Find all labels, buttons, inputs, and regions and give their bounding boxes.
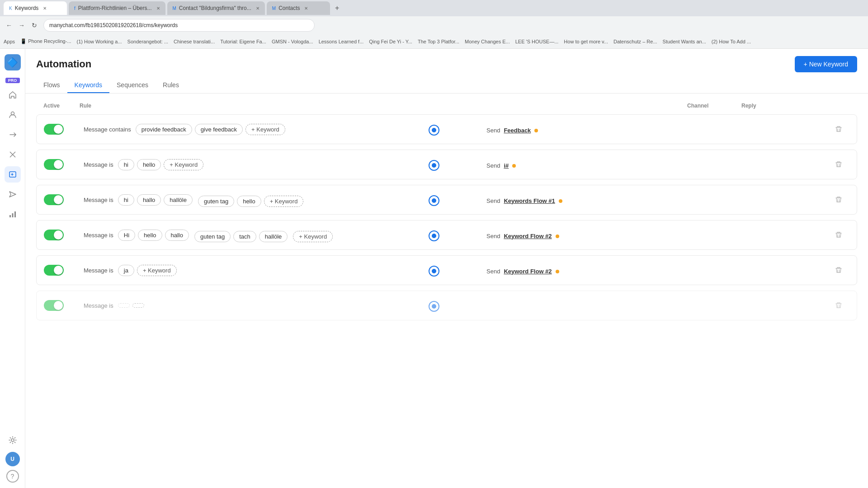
keyword-tag[interactable]: guten tag (198, 196, 234, 207)
add-keyword-button-1[interactable]: + Keyword (245, 124, 285, 135)
keyword-tag[interactable]: hello (237, 196, 261, 207)
keyword-tag[interactable]: guten tag (194, 231, 231, 242)
add-keyword-button-4[interactable]: + Keyword (293, 231, 333, 242)
sidebar-item-contacts[interactable] (5, 107, 21, 123)
help-button[interactable]: ? (6, 470, 19, 483)
sidebar-item-integrations[interactable] (5, 146, 21, 163)
bookmark-8[interactable]: Lessons Learned f... (319, 39, 364, 44)
delete-button-5[interactable] (831, 263, 846, 277)
bookmark-7[interactable]: GMSN - Vologda... (272, 39, 313, 44)
toggle-active-6[interactable] (44, 300, 80, 311)
sidebar-item-analytics[interactable] (5, 206, 21, 222)
keyword-tag[interactable]: hallo (137, 194, 161, 206)
add-keyword-button-6[interactable] (132, 303, 144, 308)
reply-cell-5: Send Keyword Flow #2 (486, 266, 828, 275)
keyword-tag[interactable]: provide feedback (136, 124, 192, 135)
browser-tab-3[interactable]: M Contact "Bildungsfirma" thro... ✕ (167, 1, 265, 15)
bookmark-2[interactable]: 📱 Phone Recycling-... (20, 38, 71, 44)
keyword-tag[interactable]: ja (118, 265, 134, 276)
keyword-tag[interactable]: hello (137, 159, 161, 170)
bookmark-3[interactable]: (1) How Working a... (77, 39, 122, 44)
bookmark-6[interactable]: Tutorial: Eigene Fa... (220, 39, 266, 44)
sidebar-item-send[interactable] (5, 186, 21, 202)
toggle-6[interactable] (44, 300, 64, 311)
bookmark-9[interactable]: Qing Fei De Yi - Y... (369, 39, 412, 44)
bookmark-apps[interactable]: Apps (4, 39, 15, 44)
tab-sequences[interactable]: Sequences (109, 78, 156, 93)
nav-buttons: ← → ↻ (4, 20, 40, 31)
tab-keywords[interactable]: Keywords (67, 78, 109, 93)
new-keyword-button[interactable]: + New Keyword (795, 56, 857, 72)
toggle-2[interactable] (44, 159, 64, 170)
bookmark-4[interactable]: Sonderangebot: ... (127, 39, 169, 44)
keyword-tag[interactable]: hallöle (164, 194, 193, 206)
channel-icon-2[interactable] (429, 160, 439, 171)
bookmark-11[interactable]: Money Changes E... (465, 39, 510, 44)
sidebar-item-broadcast[interactable] (5, 127, 21, 143)
tab-favicon-3: M (173, 6, 176, 11)
keyword-tag[interactable]: Hi (118, 230, 135, 241)
toggle-3[interactable] (44, 194, 64, 205)
delete-button-4[interactable] (831, 228, 846, 242)
sidebar-item-automation[interactable] (5, 166, 21, 183)
toggle-5[interactable] (44, 265, 64, 276)
toggle-1[interactable] (44, 124, 64, 135)
tab-close-btn[interactable]: ✕ (43, 6, 47, 11)
delete-button-2[interactable] (831, 157, 846, 172)
toggle-active-3[interactable] (44, 194, 80, 205)
browser-tab-4[interactable]: M Contacts ✕ (267, 1, 330, 15)
address-bar[interactable]: manychat.com/fb19815020819202618/cms/key… (43, 19, 315, 32)
tab-close-2[interactable]: ✕ (156, 6, 160, 11)
tab-rules[interactable]: Rules (156, 78, 186, 93)
keyword-tag[interactable]: hi (118, 159, 134, 170)
add-keyword-button-2[interactable]: + Keyword (164, 159, 203, 170)
new-tab-button[interactable]: + (332, 3, 343, 14)
bookmark-13[interactable]: How to get more v... (564, 39, 608, 44)
reply-link-3[interactable]: Keywords Flow #1 (504, 197, 555, 204)
toggle-active-4[interactable] (44, 230, 80, 240)
tab-close-3[interactable]: ✕ (256, 6, 259, 11)
keyword-tag[interactable]: hallöle (259, 231, 288, 242)
back-button[interactable]: ← (4, 20, 14, 31)
reload-button[interactable]: ↻ (29, 20, 40, 31)
delete-button-6[interactable] (831, 298, 846, 313)
bookmark-12[interactable]: LEE 'S HOUSE—... (515, 39, 559, 44)
reply-link-4[interactable]: Keyword Flow #2 (504, 233, 552, 239)
bookmark-15[interactable]: Student Wants an... (663, 39, 706, 44)
keyword-tag[interactable] (118, 303, 130, 308)
app-logo[interactable]: 🔷 (5, 54, 21, 70)
avatar[interactable]: U (5, 452, 20, 466)
sidebar-item-home[interactable] (5, 87, 21, 103)
reply-link-5[interactable]: Keyword Flow #2 (504, 268, 552, 275)
toggle-active-5[interactable] (44, 265, 80, 276)
active-tab[interactable]: K Keywords ✕ (4, 1, 67, 15)
channel-icon-4[interactable] (429, 230, 439, 241)
keyword-tag[interactable]: hi (118, 194, 134, 206)
bookmark-16[interactable]: (2) How To Add ... (712, 39, 751, 44)
keyword-tag[interactable]: hello (138, 230, 162, 241)
bookmark-14[interactable]: Datenschutz – Re... (613, 39, 657, 44)
delete-button-1[interactable] (831, 122, 846, 136)
toggle-active-1[interactable] (44, 124, 80, 135)
tab-flows[interactable]: Flows (36, 78, 67, 93)
channel-icon-6[interactable] (429, 301, 439, 312)
channel-icon-3[interactable] (429, 195, 439, 206)
bookmark-5[interactable]: Chinese translati... (174, 39, 215, 44)
keyword-tag[interactable]: give feedback (195, 124, 243, 135)
reply-link-1[interactable]: Feedback (504, 127, 531, 134)
channel-icon-1[interactable] (429, 125, 439, 136)
channel-icon-5[interactable] (429, 266, 439, 277)
toggle-4[interactable] (44, 230, 64, 240)
tab-close-4[interactable]: ✕ (304, 6, 308, 11)
add-keyword-button-5[interactable]: + Keyword (137, 265, 177, 276)
keyword-tag[interactable]: hallo (165, 230, 189, 241)
browser-tab-2[interactable]: f Plattform-Richtlinien – Übers... ✕ (69, 1, 165, 15)
reply-link-2[interactable]: i# (504, 162, 509, 169)
add-keyword-button-3[interactable]: + Keyword (264, 196, 304, 207)
toggle-active-2[interactable] (44, 159, 80, 170)
delete-button-3[interactable] (831, 192, 846, 207)
bookmark-10[interactable]: The Top 3 Platfor... (418, 39, 459, 44)
sidebar-item-settings[interactable] (5, 432, 21, 448)
keyword-tag[interactable]: tach (233, 231, 256, 242)
forward-button[interactable]: → (16, 20, 27, 31)
